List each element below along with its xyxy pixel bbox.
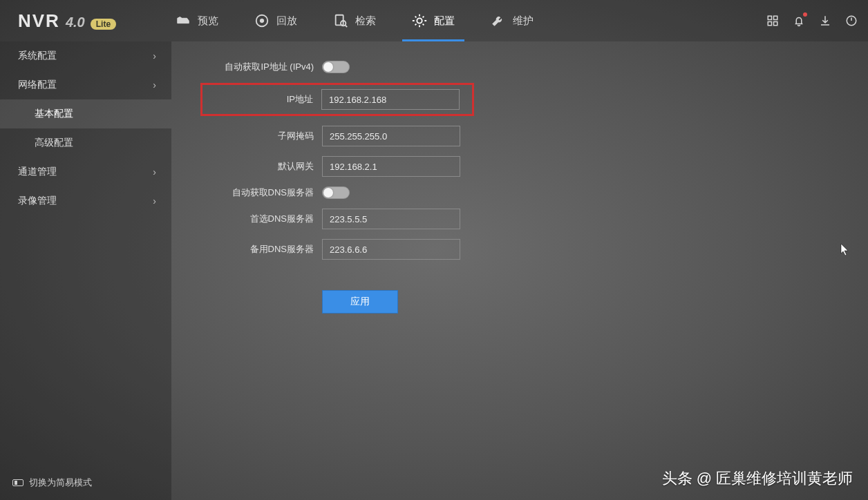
label-auto-dns: 自动获取DNS服务器 — [203, 186, 314, 199]
svg-rect-9 — [774, 22, 777, 26]
sidebar-item-label: 通道管理 — [18, 166, 57, 178]
body: 系统配置 › 网络配置 › 基本配置 高级配置 通道管理 › 录像管理 › 切换… — [0, 41, 868, 500]
sidebar: 系统配置 › 网络配置 › 基本配置 高级配置 通道管理 › 录像管理 › 切换… — [0, 41, 171, 500]
chevron-right-icon: › — [153, 50, 156, 61]
toggle-auto-dns[interactable] — [322, 186, 350, 199]
topnav-maintenance[interactable]: 维护 — [473, 0, 551, 41]
label-dns1: 首选DNS服务器 — [203, 213, 314, 225]
svg-line-4 — [345, 25, 347, 27]
sidebar-item-record[interactable]: 录像管理 › — [0, 186, 171, 215]
grid-icon[interactable] — [766, 14, 780, 28]
brand: NVR 4.0 Lite — [18, 10, 116, 32]
camera-icon — [176, 13, 191, 28]
sidebar-bottom-label: 切换为简易模式 — [29, 477, 92, 489]
label-dns2: 备用DNS服务器 — [203, 243, 314, 256]
sidebar-subitem-advanced[interactable]: 高级配置 — [0, 128, 171, 157]
content: 自动获取IP地址 (IPv4) IP地址 子网掩码 默认网关 自动获取DNS服务… — [171, 41, 868, 500]
brand-name: NVR — [18, 10, 60, 32]
input-mask[interactable] — [322, 126, 460, 146]
download-icon[interactable] — [818, 14, 832, 28]
sidebar-item-system[interactable]: 系统配置 › — [0, 41, 171, 70]
topnav-label: 回放 — [276, 15, 297, 28]
brand-badge: Lite — [91, 19, 116, 30]
toggle-auto-ipv4[interactable] — [322, 61, 350, 73]
sidebar-item-channel[interactable]: 通道管理 › — [0, 157, 171, 186]
wrench-icon — [491, 13, 506, 28]
sidebar-item-network[interactable]: 网络配置 › — [0, 70, 171, 99]
notification-dot-icon — [803, 12, 807, 17]
watermark: 头条 @ 匠巢维修培训黄老师 — [662, 468, 853, 489]
svg-point-1 — [260, 19, 264, 23]
bell-icon[interactable] — [792, 14, 806, 28]
watermark-at: @ — [697, 470, 712, 488]
chevron-right-icon: › — [153, 79, 156, 90]
svg-rect-7 — [774, 16, 777, 19]
input-dns2[interactable] — [322, 239, 460, 260]
apply-button[interactable]: 应用 — [322, 290, 398, 314]
topnav-label: 预览 — [198, 15, 218, 28]
gear-icon — [412, 13, 427, 28]
power-icon[interactable] — [845, 14, 858, 28]
topnav-label: 配置 — [434, 15, 455, 28]
svg-point-5 — [417, 18, 422, 23]
label-auto-ipv4: 自动获取IP地址 (IPv4) — [203, 61, 314, 73]
label-mask: 子网掩码 — [203, 130, 314, 142]
input-dns1[interactable] — [322, 209, 460, 229]
sidebar-item-label: 录像管理 — [18, 195, 57, 207]
label-gateway: 默认网关 — [203, 160, 314, 173]
sidebar-item-label: 网络配置 — [18, 79, 57, 91]
topnav-config[interactable]: 配置 — [394, 0, 473, 41]
disc-icon — [254, 13, 270, 28]
network-form: 自动获取IP地址 (IPv4) IP地址 子网掩码 默认网关 自动获取DNS服务… — [203, 61, 868, 314]
switch-mode-icon — [12, 479, 23, 486]
file-search-icon — [333, 13, 348, 28]
chevron-right-icon: › — [153, 195, 156, 206]
topnav-playback[interactable]: 回放 — [236, 0, 315, 41]
chevron-right-icon: › — [153, 166, 156, 177]
input-ip[interactable] — [321, 89, 460, 110]
sidebar-item-label: 系统配置 — [18, 50, 57, 62]
topnav-preview[interactable]: 预览 — [158, 0, 236, 41]
watermark-head: 头条 — [662, 468, 692, 489]
sidebar-subitem-basic[interactable]: 基本配置 — [0, 99, 171, 128]
label-ip: IP地址 — [202, 93, 313, 106]
topnav: 预览 回放 检索 配置 维护 — [158, 0, 551, 41]
svg-rect-2 — [336, 15, 343, 26]
sidebar-subitem-label: 高级配置 — [35, 137, 73, 149]
topnav-label: 维护 — [513, 15, 534, 28]
svg-rect-8 — [768, 22, 771, 26]
svg-rect-6 — [768, 16, 771, 19]
sidebar-subitem-label: 基本配置 — [35, 108, 73, 120]
ip-row-highlight: IP地址 — [200, 83, 474, 116]
topnav-label: 检索 — [355, 15, 376, 28]
watermark-name: 匠巢维修培训黄老师 — [716, 468, 853, 489]
input-gateway[interactable] — [322, 156, 460, 177]
topnav-search[interactable]: 检索 — [315, 0, 394, 41]
brand-version: 4.0 — [66, 15, 85, 30]
topbar: NVR 4.0 Lite 预览 回放 检索 配置 — [0, 0, 868, 41]
sidebar-bottom-switch[interactable]: 切换为简易模式 — [0, 477, 171, 489]
topbar-right — [766, 14, 858, 28]
